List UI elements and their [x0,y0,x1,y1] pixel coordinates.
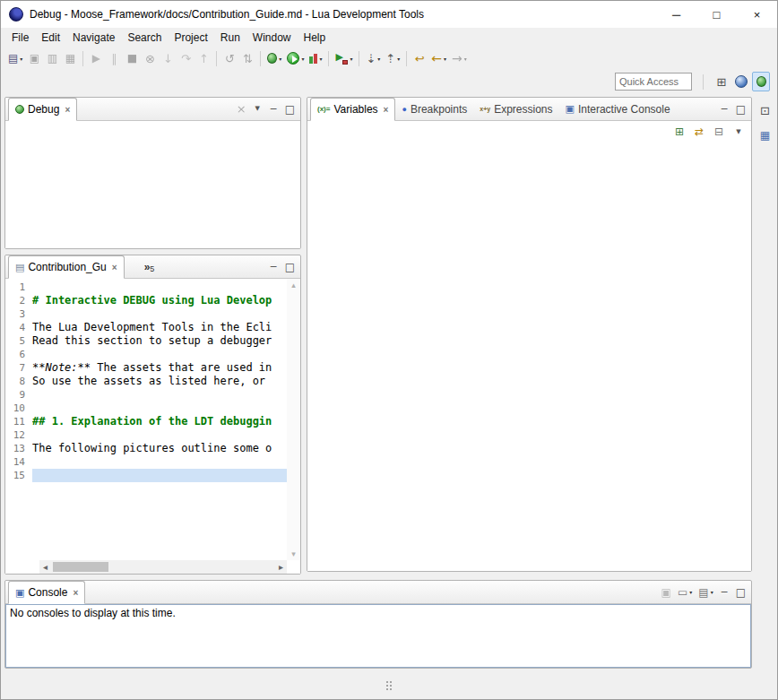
debug-maximize-button[interactable]: □ [282,101,298,117]
close-tab-icon[interactable]: × [112,263,117,272]
console-minimize-button[interactable]: ─ [717,584,732,601]
maximize-button[interactable]: □ [696,1,737,28]
menu-edit[interactable]: Edit [35,30,66,46]
editor-maximize-button[interactable]: □ [282,259,298,275]
tab-debug[interactable]: Debug × [8,98,77,121]
quick-access-input[interactable] [615,73,692,91]
menu-search[interactable]: Search [121,30,168,46]
editor-minimize-button[interactable]: ─ [266,259,281,275]
scroll-left-icon[interactable]: ◂ [39,562,51,572]
show-logical-structures-button[interactable]: ⇄ [690,122,708,142]
tab-contribution-guide[interactable]: ▤ Contribution_Gu × [8,255,125,279]
last-edit-location-button[interactable]: ↩ [411,48,428,68]
line-number: 12 [5,428,32,442]
editor-line[interactable]: 7**Note:** The assets that are used in [5,361,287,375]
line-text [32,455,287,469]
line-text [32,402,287,415]
previous-annotation-button[interactable]: ⇡▾ [383,48,402,68]
editor-line[interactable]: 2# Interactive DEBUG using Lua Develop [5,294,287,307]
collapse-all-button[interactable]: ⊟ [710,122,728,142]
minimize-icon: ─ [271,262,277,272]
editor-line[interactable]: 12 [5,428,287,442]
variables-view-menu-button[interactable]: ▼ [730,122,748,142]
debug-button[interactable]: ▾ [264,48,284,68]
debug-view-menu-button[interactable]: ▼ [250,101,265,117]
editor-body[interactable]: 12# Interactive DEBUG using Lua Develop3… [5,279,300,574]
print-button: ▦ [61,48,79,68]
console-body[interactable]: No consoles to display at this time. [5,604,751,668]
tab-expressions[interactable]: x+yExpressions [473,98,558,120]
debug-perspective-button[interactable] [752,72,770,91]
close-tab-icon[interactable]: × [73,588,78,598]
menu-navigate[interactable]: Navigate [66,30,121,46]
editor-line[interactable]: 11## 1. Explanation of the LDT debuggin [5,415,287,428]
close-tab-icon[interactable]: × [65,105,70,115]
drop-to-frame-icon: ↺ [225,53,235,65]
close-tab-icon[interactable]: × [384,105,389,115]
run-button[interactable]: ▾ [284,48,307,68]
tab-variables[interactable]: (x)=Variables× [310,98,395,121]
minimized-views-button[interactable]: ▦ [756,125,774,145]
tab-breakpoints[interactable]: ●Breakpoints [395,98,473,120]
editor-line[interactable]: 13The following pictures outline some o [5,442,287,455]
back-button[interactable]: ←▾ [428,48,449,68]
editor-line[interactable]: 15 [5,469,287,482]
scroll-thumb[interactable] [53,562,108,572]
horizontal-scrollbar[interactable]: ◂ ▸ [39,560,287,574]
close-button[interactable]: × [737,1,777,28]
new-wizard-button[interactable]: ▤▾ [5,48,25,68]
lua-perspective-button[interactable] [732,72,750,91]
menu-window[interactable]: Window [246,30,298,46]
editor-line[interactable]: 10 [5,402,287,415]
editor-line[interactable]: 5Read this section to setup a debugger [5,334,287,348]
editor-line[interactable]: 4The Lua Development Tools in the Ecli [5,321,287,334]
maximize-icon: □ [736,587,746,598]
coverage-button[interactable]: ▾ [307,48,324,68]
menu-help[interactable]: Help [298,30,333,46]
editor-line[interactable]: 8So use the assets as listed here, or [5,375,287,388]
step-over-icon: ↷ [181,53,191,65]
scroll-up-icon[interactable]: ▴ [287,281,300,290]
minimized-views-icon: ▦ [760,130,770,141]
line-number: 1 [5,281,32,294]
menu-file[interactable]: File [5,30,35,46]
external-tools-button[interactable]: ▶▾ [333,48,355,68]
remove-terminated-button: × [234,101,249,117]
maximize-icon: □ [736,104,746,115]
suspend-icon: ∥ [111,53,117,65]
menu-project[interactable]: Project [168,30,213,46]
editor-line[interactable]: 14 [5,455,287,469]
print-icon: ▦ [65,53,75,64]
scroll-down-icon[interactable]: ▾ [287,549,300,558]
open-console-button[interactable]: ▤▾ [696,584,715,601]
next-annotation-button[interactable]: ⇣▾ [363,48,383,68]
toolbar-separator [82,51,83,66]
console-maximize-button[interactable]: □ [733,584,748,601]
scroll-right-icon[interactable]: ▸ [275,562,287,572]
restore-view-button[interactable]: ⊡ [756,100,774,120]
hidden-editors-chevron[interactable]: » 5 [141,255,159,278]
tab-interactive-console[interactable]: ▣Interactive Console [559,98,677,120]
open-perspective-button[interactable]: ⊞ [713,72,730,91]
editor-line[interactable]: 9 [5,388,287,402]
debug-minimize-button[interactable]: ─ [266,101,281,117]
vertical-scrollbar[interactable]: ▴ ▾ [287,279,300,560]
save-all-icon: ▥ [48,53,57,64]
editor-line[interactable]: 3 [5,307,287,321]
line-number: 2 [5,294,32,307]
tab-console[interactable]: ▣ Console × [8,581,85,604]
tab-label: Expressions [494,103,552,116]
editor-line[interactable]: 1 [5,281,287,294]
terminate-button: ■ [123,48,141,68]
line-number: 3 [5,307,32,321]
variables-minimize-button[interactable]: ─ [717,101,732,117]
minimize-button[interactable]: ─ [656,1,696,28]
menu-run[interactable]: Run [214,30,246,46]
show-type-names-button[interactable]: ⊞ [670,122,688,142]
variables-maximize-button[interactable]: □ [733,101,748,117]
dropdown-arrow-icon: ▾ [397,56,400,62]
sash-grip[interactable] [386,681,392,690]
display-selected-console-button[interactable]: ▭▾ [675,584,695,601]
editor-line[interactable]: 6 [5,348,287,361]
toolbar-separator [406,51,407,66]
